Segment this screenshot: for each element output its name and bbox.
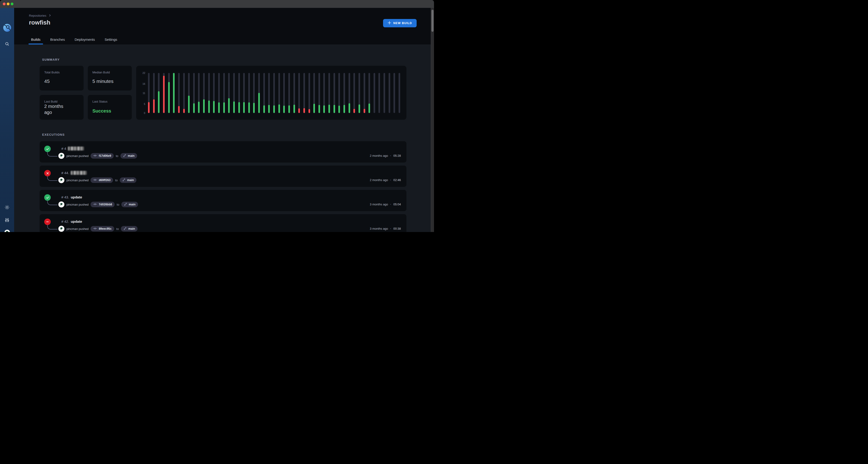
sidebar-search-button[interactable] xyxy=(0,42,14,47)
to-label: to xyxy=(116,154,118,158)
build-duration-bar[interactable] xyxy=(298,109,300,113)
build-duration-bar[interactable] xyxy=(318,105,320,113)
build-duration-bar[interactable] xyxy=(203,99,205,113)
total-builds-card: Total Builds 45 xyxy=(40,66,84,91)
build-duration-bar[interactable] xyxy=(323,105,325,113)
build-duration-bar[interactable] xyxy=(168,82,170,113)
build-duration-bar[interactable] xyxy=(368,103,370,113)
execution-row[interactable]: # 4pincman pushedf17d06e9tomain2 months … xyxy=(40,141,406,162)
build-duration-bar[interactable] xyxy=(353,109,355,113)
build-age: 3 months ago xyxy=(370,203,388,206)
build-duration-bar[interactable] xyxy=(263,105,265,113)
build-bar-track xyxy=(374,73,375,113)
build-duration-bar[interactable] xyxy=(198,102,199,113)
build-duration-bar[interactable] xyxy=(258,93,260,113)
tab-builds[interactable]: Builds xyxy=(26,34,45,44)
commit-hash-badge[interactable]: f17d06e9 xyxy=(91,153,114,159)
build-duration-bar[interactable] xyxy=(228,98,230,113)
build-duration-bar[interactable] xyxy=(178,106,180,113)
build-duration-bar[interactable] xyxy=(233,101,235,113)
build-duration-bar[interactable] xyxy=(218,102,220,113)
author-action: pincman pushed xyxy=(66,227,89,230)
build-duration-bar[interactable] xyxy=(248,102,250,113)
commit-icon xyxy=(93,203,97,206)
execution-row[interactable]: # 44.pincman pushedd69ff263tomain2 month… xyxy=(40,165,406,187)
commit-hash-badge[interactable]: 7d026bb8 xyxy=(91,202,115,207)
build-duration-bar[interactable] xyxy=(288,105,290,113)
dot-separator xyxy=(390,155,391,156)
sidebar-user-avatar[interactable] xyxy=(0,230,14,232)
app-logo[interactable] xyxy=(0,24,14,33)
build-meta: pincman pushedd69ff263tomain xyxy=(66,177,136,183)
build-duration-bar[interactable] xyxy=(308,109,310,113)
build-duration-bar[interactable] xyxy=(243,102,245,113)
median-build-card: Median Build 5 minutes xyxy=(88,66,132,91)
build-duration-bar[interactable] xyxy=(223,102,225,113)
y-axis-tick: 22 xyxy=(136,71,145,74)
build-bar-track xyxy=(183,73,185,113)
build-duration-bar[interactable] xyxy=(253,103,255,113)
author-avatar xyxy=(58,202,64,208)
connector-line xyxy=(47,225,57,229)
build-duration-bar[interactable] xyxy=(273,105,275,113)
build-duration-bar[interactable] xyxy=(193,103,195,113)
vertical-scrollbar[interactable] xyxy=(431,8,434,232)
build-duration-bar[interactable] xyxy=(153,99,155,113)
build-duration-bar[interactable] xyxy=(329,105,330,113)
scrollbar-thumb[interactable] xyxy=(431,10,434,32)
build-duration-bar[interactable] xyxy=(183,109,185,113)
build-duration-bar[interactable] xyxy=(364,109,365,113)
build-duration-bar[interactable] xyxy=(158,91,160,113)
status-cancelled-icon xyxy=(44,219,51,225)
build-duration-bar[interactable] xyxy=(293,105,295,113)
execution-row[interactable]: # 43.updatepincman pushed7d026bb8tomain3… xyxy=(40,190,406,211)
build-duration-bar[interactable] xyxy=(268,105,270,113)
build-duration-bar[interactable] xyxy=(148,102,150,113)
sliders-icon xyxy=(5,218,9,223)
commit-hash-badge[interactable]: 89eec95c xyxy=(91,226,114,231)
window-titlebar[interactable] xyxy=(0,0,434,8)
breadcrumb[interactable]: Repositories xyxy=(29,14,51,18)
breadcrumb-repositories-link[interactable]: Repositories xyxy=(29,14,46,18)
branch-badge[interactable]: main xyxy=(121,226,137,231)
build-duration-bar[interactable] xyxy=(359,104,360,113)
branch-badge[interactable]: main xyxy=(120,177,136,183)
tab-settings[interactable]: Settings xyxy=(100,34,122,44)
build-duration-bar[interactable] xyxy=(348,103,350,113)
tab-deployments[interactable]: Deployments xyxy=(70,34,100,44)
app-window: Repositories rowfish NEW BUILD Builds Br… xyxy=(0,0,434,232)
build-title: # 44. xyxy=(61,171,87,175)
minimize-window-button[interactable] xyxy=(7,3,9,5)
commit-icon xyxy=(93,227,97,230)
tab-branches[interactable]: Branches xyxy=(45,34,70,44)
build-duration-bar[interactable] xyxy=(163,76,165,113)
build-duration-bar[interactable] xyxy=(313,104,315,113)
build-duration-bar[interactable] xyxy=(334,105,335,113)
execution-row[interactable]: # 42.updatepincman pushed89eec95ctomain3… xyxy=(40,214,406,232)
build-duration-bar[interactable] xyxy=(238,102,240,113)
close-window-button[interactable] xyxy=(3,3,5,5)
build-duration-bar[interactable] xyxy=(303,108,305,113)
author-avatar xyxy=(58,177,64,183)
branch-badge[interactable]: main xyxy=(120,153,137,159)
chevron-right-icon xyxy=(49,14,51,18)
plus-icon xyxy=(388,21,391,25)
maximize-window-button[interactable] xyxy=(11,3,13,5)
branch-badge[interactable]: main xyxy=(121,202,138,207)
build-duration-bar[interactable] xyxy=(283,105,285,113)
build-bar-track xyxy=(399,73,400,113)
build-time: 2 months ago05:28 xyxy=(370,154,401,157)
commit-hash-badge[interactable]: d69ff263 xyxy=(91,177,113,183)
build-duration: 05:04 xyxy=(393,203,401,206)
build-duration-bar[interactable] xyxy=(173,73,175,113)
build-duration-bar[interactable] xyxy=(213,101,215,113)
build-title: # 4 xyxy=(61,146,84,151)
build-duration-bar[interactable] xyxy=(208,100,210,113)
theme-toggle-button[interactable] xyxy=(0,205,14,211)
settings-filters-button[interactable] xyxy=(0,218,14,223)
build-duration-bar[interactable] xyxy=(338,105,340,113)
build-duration-bar[interactable] xyxy=(343,105,345,113)
build-duration-bar[interactable] xyxy=(188,96,190,113)
build-duration-bar[interactable] xyxy=(278,104,280,113)
new-build-button[interactable]: NEW BUILD xyxy=(383,19,416,27)
